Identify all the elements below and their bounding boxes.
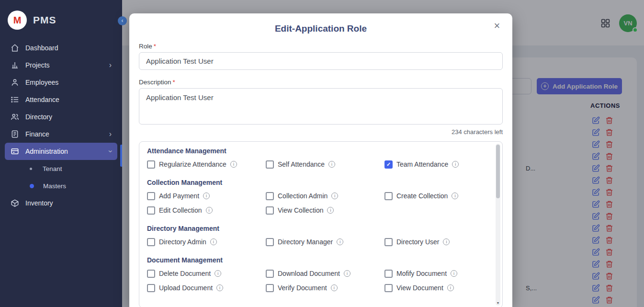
sidebar-item-projects[interactable]: Projects ›	[5, 57, 117, 74]
chevron-right-icon: ›	[109, 61, 112, 69]
info-icon[interactable]: i	[215, 270, 221, 277]
permission-item: Edit Collection i	[147, 206, 266, 215]
info-icon[interactable]: i	[451, 270, 457, 277]
info-icon[interactable]: i	[452, 193, 458, 199]
permission-label: Edit Collection	[159, 206, 202, 214]
permission-checkbox[interactable]	[384, 270, 393, 278]
sidebar-item-dashboard[interactable]: Dashboard	[5, 39, 117, 57]
permission-label: Self Attendance	[278, 160, 325, 168]
permission-label: Directory User	[396, 238, 439, 246]
info-icon[interactable]: i	[206, 207, 213, 214]
permission-item: View Document i	[384, 284, 487, 292]
permission-checkbox[interactable]	[384, 284, 393, 292]
permission-item: Directory Manager i	[266, 238, 384, 246]
permission-checkbox[interactable]	[266, 284, 274, 292]
permission-checkbox[interactable]	[384, 192, 393, 200]
application-window: VN + Add Application Role ACTIONS	[0, 0, 644, 307]
projects-icon	[11, 61, 19, 69]
sidebar-item-label: Attendance	[25, 96, 59, 103]
info-icon[interactable]: i	[443, 239, 450, 245]
info-icon[interactable]: i	[230, 161, 237, 168]
sidebar-collapse-button[interactable]: ‹	[118, 16, 127, 25]
permission-item: Verify Document i	[266, 284, 384, 292]
info-icon[interactable]: i	[327, 207, 334, 214]
permission-checkbox[interactable]	[266, 270, 274, 278]
sidebar-item-directory[interactable]: Directory	[5, 108, 117, 125]
permission-checkbox[interactable]	[147, 206, 155, 215]
permission-checkbox[interactable]	[266, 206, 274, 215]
permission-checkbox[interactable]	[266, 160, 274, 169]
permission-item: View Collection i	[266, 206, 384, 215]
sidebar-subitem-tenant[interactable]: Tenant	[0, 160, 122, 177]
permission-label: Download Document	[278, 270, 340, 277]
info-icon[interactable]: i	[331, 193, 338, 199]
permission-checkbox[interactable]	[147, 160, 155, 169]
permission-checkbox[interactable]	[147, 192, 155, 200]
sidebar-item-label: Administration	[25, 148, 68, 155]
info-icon[interactable]: i	[331, 284, 338, 291]
characters-left-counter: 234 characters left	[139, 128, 503, 136]
permission-label: Directory Admin	[159, 238, 206, 246]
permission-checkbox[interactable]: ✓	[384, 160, 393, 169]
info-icon[interactable]: i	[344, 270, 350, 277]
chevron-right-icon: ›	[109, 130, 112, 138]
finance-icon	[11, 130, 19, 138]
permission-section-title: Collection Management	[147, 179, 487, 186]
sidebar: M PMS Dashboard Projects ›	[0, 0, 122, 307]
role-label-text: Role	[139, 43, 152, 50]
role-input[interactable]	[139, 52, 503, 70]
sidebar-item-label: Inventory	[25, 199, 53, 207]
permission-checkbox[interactable]	[266, 238, 274, 246]
sidebar-subitem-label: Masters	[43, 182, 66, 190]
edit-application-role-modal: Edit-Application Role × Role* Descriptio…	[129, 13, 512, 307]
permissions-sections: Attendance Management Regularize Attenda…	[147, 147, 487, 292]
sidebar-item-finance[interactable]: Finance ›	[5, 125, 117, 143]
permission-label: Verify Document	[278, 284, 327, 292]
permission-item: ✓ Team Attendance i	[384, 160, 487, 169]
permission-label: Directory Manager	[278, 238, 333, 246]
sidebar-item-administration[interactable]: Administration ›	[5, 143, 117, 160]
permission-checkbox[interactable]	[384, 238, 393, 246]
permission-grid: Delete Document i Download Document i Mo…	[147, 269, 487, 292]
permission-checkbox[interactable]	[266, 192, 274, 200]
info-icon[interactable]: i	[210, 239, 217, 245]
permission-grid: Regularize Attendance i Self Attendance …	[147, 160, 487, 169]
sidebar-item-employees[interactable]: Employees	[5, 74, 117, 91]
permission-item: Self Attendance i	[266, 160, 384, 169]
scrollbar-thumb[interactable]	[496, 145, 500, 198]
info-icon[interactable]: i	[452, 161, 459, 168]
close-icon[interactable]: ×	[491, 20, 503, 32]
description-label-text: Description	[139, 79, 171, 86]
check-icon: ✓	[386, 162, 391, 167]
permission-item: Collection Admin i	[266, 192, 384, 200]
permission-checkbox[interactable]	[147, 284, 155, 292]
app-name: PMS	[33, 14, 56, 26]
scroll-down-arrow-icon[interactable]: ▼	[496, 301, 500, 305]
permission-label: Regularize Attendance	[159, 160, 226, 168]
permission-label: Add Payment	[159, 192, 199, 200]
sidebar-item-attendance[interactable]: Attendance	[5, 91, 117, 108]
permission-checkbox[interactable]	[147, 238, 155, 246]
permission-section: Attendance Management Regularize Attenda…	[147, 147, 487, 169]
sidebar-item-label: Finance	[25, 130, 49, 138]
brand-logo: M	[8, 11, 27, 30]
permission-section-title: Attendance Management	[147, 147, 487, 155]
info-icon[interactable]: i	[216, 284, 223, 291]
permission-item: Delete Document i	[147, 269, 266, 278]
permission-checkbox[interactable]	[147, 270, 155, 278]
sidebar-item-inventory[interactable]: Inventory	[5, 194, 117, 212]
info-icon[interactable]: i	[337, 239, 343, 245]
permissions-scrollbar[interactable]: ▼	[496, 144, 500, 306]
sidebar-subitem-masters[interactable]: Masters	[0, 177, 122, 194]
home-icon	[11, 44, 19, 52]
info-icon[interactable]: i	[328, 161, 335, 168]
permission-item: Create Collection i	[384, 192, 487, 200]
permission-section: Directory Management Directory Admin i D…	[147, 225, 487, 246]
info-icon[interactable]: i	[447, 284, 454, 291]
permission-section-title: Document Management	[147, 256, 487, 264]
permission-grid: Add Payment i Collection Admin i Create …	[147, 192, 487, 215]
description-textarea[interactable]: Application Test User	[139, 88, 503, 125]
permissions-panel: Attendance Management Regularize Attenda…	[139, 141, 503, 307]
info-icon[interactable]: i	[203, 193, 210, 199]
permission-section: Collection Management Add Payment i Coll…	[147, 179, 487, 215]
